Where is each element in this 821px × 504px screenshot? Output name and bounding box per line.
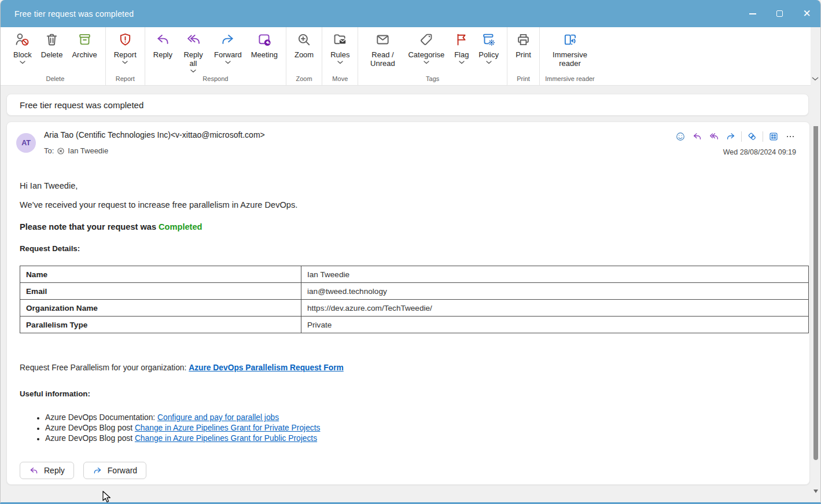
report-button[interactable]: Report xyxy=(109,31,141,64)
message-body: Hi Ian Tweedie, We've received your requ… xyxy=(20,181,802,444)
archive-button[interactable]: Archive xyxy=(67,31,101,59)
read-unread-button[interactable]: Read / Unread xyxy=(362,31,403,68)
message-card: AT Aria Tao (Centific Technologies Inc)<… xyxy=(6,122,810,485)
apps-grid-icon xyxy=(768,131,779,142)
sticker-button[interactable] xyxy=(746,130,759,143)
configure-parallel-jobs-link[interactable]: Configure and pay for parallel jobs xyxy=(157,413,279,422)
minimize-button[interactable] xyxy=(739,0,766,27)
sender-name[interactable]: Aria Tao (Centific Technologies Inc)<v-x… xyxy=(44,130,265,139)
ribbon-group-zoom: Zoom Zoom xyxy=(286,27,322,85)
useful-links-list: Azure DevOps Documentation: Configure an… xyxy=(20,413,802,444)
delete-icon xyxy=(44,32,60,47)
table-cell-value: Private xyxy=(301,317,809,333)
scroll-down-button[interactable] xyxy=(812,493,819,498)
rules-icon xyxy=(332,32,348,47)
chevron-down-icon xyxy=(225,61,231,64)
table-cell-value: https://dev.azure.com/TechTweedie/ xyxy=(301,300,809,317)
ribbon-group-move: Rules Move xyxy=(322,27,358,85)
rules-button[interactable]: Rules xyxy=(326,31,354,64)
sender-avatar[interactable]: AT xyxy=(16,133,36,153)
maximize-icon xyxy=(776,10,783,17)
ribbon-group-label-zoom: Zoom xyxy=(290,74,318,84)
more-options-button[interactable] xyxy=(784,130,797,143)
sticker-icon xyxy=(747,131,757,142)
maximize-button[interactable] xyxy=(766,0,793,27)
block-button[interactable]: Block xyxy=(9,31,36,64)
subject-bar: Free tier request was completed xyxy=(6,94,809,116)
forward-icon xyxy=(220,32,235,47)
forward-footer-button[interactable]: Forward xyxy=(83,462,146,479)
reply-all-action-button[interactable] xyxy=(708,130,720,143)
reply-all-icon xyxy=(186,32,201,47)
message-footer: Reply Forward xyxy=(20,462,146,479)
close-button[interactable]: ✕ xyxy=(793,0,820,27)
greeting-text: Hi Ian Tweedie, xyxy=(20,181,802,192)
apps-button[interactable] xyxy=(767,130,780,143)
titlebar: Free tier request was completed ✕ xyxy=(1,0,820,27)
table-row: Name Ian Tweedie xyxy=(20,266,809,283)
ribbon-group-label-move: Move xyxy=(326,74,354,84)
table-cell-value: Ian Tweedie xyxy=(301,266,809,283)
status-value: Completed xyxy=(159,222,202,231)
ribbon-group-delete: Block Delete xyxy=(5,27,106,85)
chevron-down-icon xyxy=(122,61,128,64)
forward-icon xyxy=(726,131,736,142)
bullet-prefix: Azure DevOps Blog post xyxy=(45,424,135,432)
reply-button[interactable]: Reply xyxy=(149,31,177,59)
categorise-button[interactable]: Categorise xyxy=(403,31,449,64)
parallelism-request-form-link[interactable]: Azure DevOps Parallelism Request Form xyxy=(189,363,344,372)
minimize-icon xyxy=(749,13,756,14)
report-icon xyxy=(117,32,133,47)
chevron-down-icon xyxy=(812,77,819,81)
emoji-reaction-button[interactable] xyxy=(674,130,687,143)
reply-all-button[interactable]: Reply all xyxy=(177,31,209,73)
reply-all-icon xyxy=(709,131,719,142)
ribbon-group-tags: Read / Unread Categorise Flag xyxy=(358,27,507,85)
private-projects-grant-link[interactable]: Change in Azure Pipelines Grant for Priv… xyxy=(135,424,321,432)
immersive-reader-icon xyxy=(562,32,578,47)
scrollbar-thumb[interactable] xyxy=(813,126,818,460)
presence-blocked-icon xyxy=(57,147,65,155)
chevron-down-icon xyxy=(337,61,343,64)
reply-action-button[interactable] xyxy=(691,130,704,143)
policy-button[interactable]: Policy xyxy=(474,31,503,64)
recipient-name[interactable]: Ian Tweedie xyxy=(68,146,108,155)
scroll-up-button[interactable] xyxy=(812,117,819,122)
bullet-prefix: Azure DevOps Documentation: xyxy=(45,413,157,422)
forward-action-button[interactable] xyxy=(724,130,737,143)
forward-button[interactable]: Forward xyxy=(209,31,246,64)
table-row: Organization Name https://dev.azure.com/… xyxy=(20,300,809,317)
useful-information-heading: Useful information: xyxy=(20,389,802,399)
ribbon-group-label-delete: Delete xyxy=(9,74,102,84)
reply-footer-button[interactable]: Reply xyxy=(20,462,74,479)
ribbon-group-label-immersive-reader: Immersive reader xyxy=(543,74,597,84)
block-sender-icon xyxy=(14,32,30,47)
bullet-prefix: Azure DevOps Blog post xyxy=(45,434,135,443)
flag-button[interactable]: Flag xyxy=(449,31,474,64)
reply-footer-label: Reply xyxy=(44,466,65,475)
meeting-button[interactable]: Meeting xyxy=(246,31,282,59)
chevron-down-icon xyxy=(486,61,492,64)
flag-icon xyxy=(454,32,469,47)
to-label: To: xyxy=(44,146,54,155)
emoji-reaction-icon xyxy=(675,131,686,142)
print-button[interactable]: Print xyxy=(511,31,536,59)
table-row: Parallelism Type Private xyxy=(20,317,809,333)
policy-icon xyxy=(481,32,496,47)
recipient-line: To: Ian Tweedie xyxy=(44,146,108,155)
list-item: Azure DevOps Blog post Change in Azure P… xyxy=(45,423,802,433)
chevron-down-icon xyxy=(190,69,196,73)
zoom-button[interactable]: Zoom xyxy=(290,31,318,59)
ribbon-group-label-print: Print xyxy=(511,74,536,84)
immersive-reader-button[interactable]: Immersive reader xyxy=(543,31,597,68)
ribbon-group-respond: Reply Reply all Forward xyxy=(145,27,286,85)
archive-icon xyxy=(77,32,93,47)
collapse-ribbon-button[interactable] xyxy=(811,74,819,82)
message-date: Wed 28/08/2024 09:19 xyxy=(723,148,796,156)
chevron-down-icon xyxy=(459,61,465,64)
delete-button[interactable]: Delete xyxy=(36,31,68,59)
print-icon xyxy=(516,32,531,47)
ribbon-group-report: Report Report xyxy=(106,27,145,85)
forward-footer-label: Forward xyxy=(108,466,137,475)
public-projects-grant-link[interactable]: Change in Azure Pipelines Grant for Publ… xyxy=(135,434,317,443)
